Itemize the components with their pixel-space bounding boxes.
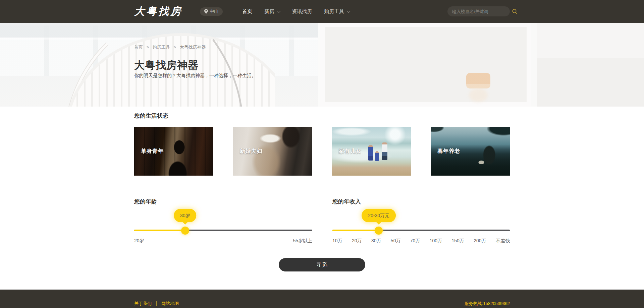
- main-menu: 首页 新房 资讯找房 购房工具: [236, 8, 356, 15]
- search-input[interactable]: [452, 9, 511, 14]
- income-label: 10万: [332, 238, 342, 244]
- city-label: 中山: [210, 8, 218, 14]
- income-label: 30万: [371, 238, 381, 244]
- income-label: 50万: [391, 238, 401, 244]
- breadcrumb: 首页 > 购房工具 > 大粤找房神器: [134, 44, 206, 50]
- age-slider-section: 您的年龄 30岁 20岁 55岁以上: [134, 198, 312, 244]
- card-figure: [382, 142, 387, 160]
- income-label: 20万: [352, 238, 362, 244]
- breadcrumb-home[interactable]: 首页: [134, 45, 143, 50]
- breadcrumb-separator: >: [173, 45, 176, 50]
- card-retirement[interactable]: 暮年养老: [431, 127, 510, 176]
- footer-hotline: 服务热线:15820539362: [465, 301, 510, 307]
- footer-links: 关于我们 网站地图: [134, 301, 179, 307]
- breadcrumb-separator: >: [147, 45, 149, 50]
- age-slider: 30岁: [134, 206, 312, 235]
- card-figure: [368, 145, 373, 161]
- menu-item-tools[interactable]: 购房工具: [318, 8, 356, 15]
- income-label: 200万: [474, 238, 486, 244]
- breadcrumb-current: 大粤找房神器: [180, 45, 206, 50]
- page-subtitle: 你的明天是怎样的？大粤找房神器，一种选择，一种生活。: [134, 73, 256, 79]
- menu-item-news[interactable]: 资讯找房: [286, 8, 318, 15]
- income-label: 150万: [452, 238, 464, 244]
- card-label: 单身青年: [141, 148, 164, 155]
- life-status-cards: 单身青年 新婚夫妇 家有儿女 暮年养老: [134, 127, 510, 176]
- income-label: 70万: [410, 238, 420, 244]
- income-slider: 20-30万元: [332, 206, 510, 235]
- menu-item-new-homes[interactable]: 新房: [258, 8, 286, 15]
- search-icon: [512, 9, 518, 14]
- menu-item-new-homes-label: 新房: [264, 8, 274, 15]
- income-slider-handle[interactable]: [375, 227, 383, 235]
- hero-banner: 首页 > 购房工具 > 大粤找房神器 大粤找房神器 你的明天是怎样的？大粤找房神…: [0, 23, 644, 107]
- age-slider-tooltip: 30岁: [174, 209, 197, 222]
- chevron-down-icon: [347, 9, 351, 13]
- age-min-label: 20岁: [134, 238, 144, 244]
- menu-item-home[interactable]: 首页: [236, 8, 258, 15]
- card-label: 暮年养老: [437, 148, 460, 155]
- footer: 关于我们 网站地图 服务热线:15820539362: [0, 290, 644, 308]
- income-label: 100万: [430, 238, 442, 244]
- income-slider-section: 您的年收入 20-30万元 10万 20万 30万 50万 70万 100万 1…: [332, 198, 510, 244]
- income-slider-labels: 10万 20万 30万 50万 70万 100万 150万 200万 不差钱: [332, 238, 510, 244]
- chevron-down-icon: [277, 9, 281, 13]
- age-slider-handle[interactable]: [181, 227, 189, 235]
- search-box: [447, 6, 510, 16]
- footer-about-link[interactable]: 关于我们: [134, 301, 152, 307]
- card-newlyweds[interactable]: 新婚夫妇: [233, 127, 312, 176]
- age-max-label: 55岁以上: [293, 238, 312, 244]
- age-slider-labels: 20岁 55岁以上: [134, 238, 312, 244]
- footer-sitemap-link[interactable]: 网站地图: [161, 301, 179, 307]
- menu-item-news-label: 资讯找房: [292, 8, 312, 15]
- seek-button[interactable]: 寻觅: [279, 258, 365, 271]
- menu-item-tools-label: 购房工具: [324, 8, 344, 15]
- income-slider-heading: 您的年收入: [332, 198, 510, 206]
- card-figure: [375, 151, 379, 161]
- life-status-heading: 您的生活状态: [134, 112, 510, 120]
- main-content: 您的生活状态 单身青年 新婚夫妇 家有儿女 暮年养老: [0, 107, 644, 290]
- menu-item-home-label: 首页: [242, 8, 252, 15]
- age-slider-heading: 您的年龄: [134, 198, 312, 206]
- card-label: 新婚夫妇: [240, 148, 263, 155]
- card-single-youth[interactable]: 单身青年: [134, 127, 213, 176]
- income-label: 不差钱: [496, 238, 510, 244]
- site-logo[interactable]: 大粤找房: [134, 4, 182, 18]
- search-button[interactable]: [511, 8, 518, 15]
- footer-divider: [156, 301, 157, 306]
- income-slider-fill: [332, 230, 379, 231]
- age-slider-fill: [134, 230, 185, 231]
- page-title: 大粤找房神器: [134, 58, 199, 72]
- card-family-with-kids[interactable]: 家有儿女: [332, 127, 411, 176]
- breadcrumb-tools[interactable]: 购房工具: [153, 45, 170, 50]
- city-selector[interactable]: 中山: [200, 7, 223, 16]
- card-label: 家有儿女: [338, 148, 361, 155]
- income-slider-tooltip: 20-30万元: [362, 209, 396, 222]
- top-navbar: 大粤找房 中山 首页 新房 资讯找房 购房工具: [0, 0, 644, 23]
- location-pin-icon: [204, 9, 208, 14]
